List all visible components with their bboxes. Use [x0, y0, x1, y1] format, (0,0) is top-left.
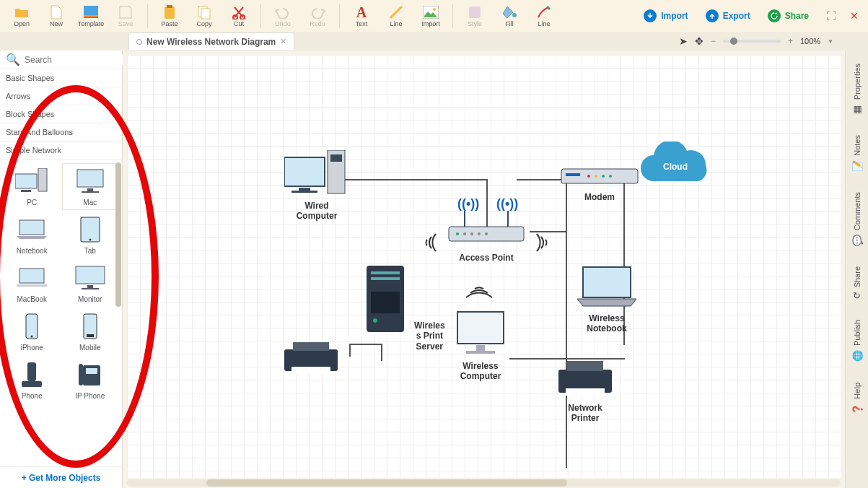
- shape-pc-label: PC: [27, 199, 37, 206]
- import-image-button[interactable]: Import: [415, 1, 447, 30]
- cut-button[interactable]: Cut: [223, 1, 255, 30]
- publish-icon: 🌐: [851, 351, 863, 362]
- diagram-canvas[interactable]: WiredComputer ((•)) ((•)) Access Point: [127, 55, 841, 478]
- fill-icon: [501, 4, 517, 20]
- shape-monitor[interactable]: Monitor: [63, 261, 118, 306]
- shape-tab[interactable]: Tab: [63, 212, 118, 258]
- style-button[interactable]: Style: [459, 1, 491, 30]
- svg-point-46: [456, 232, 459, 235]
- zoom-slider[interactable]: [723, 40, 781, 43]
- rail-label: Notes: [853, 135, 862, 156]
- zoom-dropdown-icon[interactable]: ▼: [828, 38, 833, 45]
- shape-phone[interactable]: Phone: [4, 357, 60, 403]
- paste-label: Paste: [161, 20, 177, 27]
- window-maximize-button[interactable]: ⛶: [823, 8, 839, 24]
- paste-button[interactable]: Paste: [154, 1, 185, 30]
- toolbar-separator: [260, 4, 261, 28]
- category-arrows[interactable]: Arrows: [0, 87, 122, 105]
- svg-rect-23: [19, 269, 44, 283]
- shape-mac[interactable]: Mac: [63, 164, 118, 209]
- window-close-button[interactable]: ✕: [846, 8, 862, 24]
- save-button[interactable]: Save: [110, 1, 141, 30]
- import-button[interactable]: Import: [636, 6, 695, 25]
- line-style-button[interactable]: Line: [528, 1, 560, 30]
- zoom-in-icon[interactable]: +: [788, 36, 793, 46]
- zoom-slider-knob[interactable]: [730, 38, 737, 45]
- line-button[interactable]: Line: [380, 1, 412, 30]
- node-network-printer[interactable]: NetworkPrinter: [553, 357, 618, 424]
- node-wired-computer[interactable]: WiredComputer: [284, 150, 349, 222]
- get-more-objects-button[interactable]: + Get More Objects: [0, 466, 122, 488]
- svg-rect-15: [21, 190, 31, 192]
- pan-tool-icon[interactable]: ✥: [695, 35, 703, 47]
- redo-button[interactable]: Redo: [302, 1, 333, 30]
- node-cloud[interactable]: Cloud: [632, 141, 719, 192]
- horizontal-scrollbar[interactable]: [127, 479, 841, 487]
- shape-pc[interactable]: PC: [4, 164, 60, 209]
- new-button[interactable]: New: [40, 1, 72, 30]
- category-basic-shapes[interactable]: Basic Shapes: [0, 69, 122, 87]
- shape-iphone[interactable]: iPhone: [4, 309, 60, 354]
- category-stars-balloons[interactable]: Stars And Balloons: [0, 123, 122, 141]
- text-label: Text: [356, 20, 368, 27]
- download-icon: [644, 9, 657, 22]
- export-label: Export: [723, 11, 750, 21]
- svg-rect-14: [15, 174, 37, 188]
- undo-button[interactable]: Undo: [267, 1, 299, 30]
- toolbar: Open New Template Save Paste Copy Cut Un…: [0, 0, 868, 32]
- category-simple-network[interactable]: Simple Network: [0, 141, 122, 160]
- rail-label: Comments: [853, 192, 862, 230]
- shape-iphone-label: iPhone: [21, 344, 43, 352]
- category-block-shapes[interactable]: Block Shapes: [0, 105, 122, 123]
- share-label: Share: [785, 11, 809, 21]
- svg-rect-25: [87, 285, 93, 288]
- shape-scrollbar[interactable]: [115, 162, 121, 307]
- svg-rect-4: [167, 5, 172, 8]
- node-modem[interactable]: Modem: [560, 163, 639, 202]
- fill-button[interactable]: Fill: [494, 1, 525, 30]
- share-button[interactable]: Share: [760, 6, 816, 25]
- scrollbar-thumb[interactable]: [206, 479, 567, 487]
- svg-rect-64: [291, 367, 330, 374]
- cut-icon: [231, 4, 247, 20]
- node-label: WirelessComputer: [460, 361, 501, 382]
- shape-monitor-label: Monitor: [78, 295, 102, 303]
- search-icon: 🔍: [6, 53, 20, 66]
- zoom-out-icon[interactable]: −: [711, 36, 716, 46]
- rail-share[interactable]: ↻Share: [851, 266, 862, 300]
- pointer-tool-icon[interactable]: ➤: [679, 35, 688, 47]
- rail-properties[interactable]: ▦Properties: [851, 64, 862, 115]
- document-tab[interactable]: New Wireless Network Diagram ✕: [128, 32, 294, 50]
- svg-rect-19: [82, 191, 99, 193]
- rail-notes[interactable]: 📝Notes: [851, 135, 862, 172]
- svg-point-47: [463, 232, 466, 235]
- rail-help[interactable]: ❓Help: [851, 383, 862, 415]
- tab-strip: New Wireless Network Diagram ✕ ➤ ✥ − + 1…: [0, 32, 868, 51]
- line2-label: Line: [538, 20, 550, 27]
- search-input[interactable]: [25, 55, 133, 65]
- svg-rect-63: [293, 342, 329, 351]
- svg-rect-68: [583, 267, 631, 297]
- connector[interactable]: [349, 344, 351, 357]
- export-button[interactable]: Export: [698, 6, 758, 25]
- search-box[interactable]: 🔍: [0, 51, 122, 69]
- template-button[interactable]: Template: [75, 1, 107, 30]
- svg-rect-71: [566, 388, 605, 396]
- connector[interactable]: [566, 179, 567, 468]
- tab-close-icon[interactable]: ✕: [280, 37, 286, 46]
- shape-macbook[interactable]: MacBook: [4, 261, 60, 306]
- text-button[interactable]: AText: [346, 1, 377, 30]
- shape-ip-phone[interactable]: IP Phone: [63, 357, 118, 403]
- shape-notebook[interactable]: Notebook: [4, 212, 60, 258]
- node-access-point[interactable]: ((•)) ((•)) Access Point: [443, 192, 530, 263]
- copy-button[interactable]: Copy: [188, 1, 220, 30]
- node-wireless-print-server[interactable]: Wireless PrintServer: [364, 263, 445, 352]
- open-button[interactable]: Open: [6, 1, 38, 30]
- shape-mobile[interactable]: Mobile: [63, 309, 118, 354]
- rail-publish[interactable]: 🌐Publish: [851, 320, 862, 362]
- rail-comments[interactable]: 💬Comments: [851, 192, 862, 246]
- node-wireless-computer[interactable]: WirelessComputer: [452, 309, 509, 382]
- node-wireless-notebook[interactable]: WirelessNotebook: [574, 264, 639, 334]
- connector[interactable]: [343, 179, 488, 180]
- node-printer-left[interactable]: [279, 339, 343, 378]
